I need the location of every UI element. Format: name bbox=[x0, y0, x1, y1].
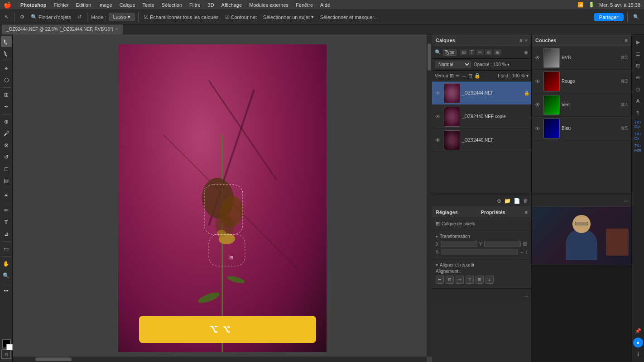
find-objects-btn[interactable]: 🔍 Échantillonner tous les calques Finder… bbox=[29, 13, 73, 21]
reglages-collapse-icon[interactable]: ≡ bbox=[525, 210, 528, 215]
menu-fichier[interactable]: Fichier bbox=[53, 2, 68, 8]
lock-transparent-icon[interactable]: ⊞ bbox=[450, 73, 454, 79]
nik-btn-3[interactable]: 7K↑Mm bbox=[633, 143, 643, 153]
filter-icon-2[interactable]: T bbox=[469, 49, 475, 55]
layer-item-2[interactable]: 👁 _OZ92440.NEF copie bbox=[432, 105, 531, 129]
align-center-v-btn[interactable]: ⊞ bbox=[476, 276, 484, 284]
nik-btn-2[interactable]: 7K↑Cx bbox=[633, 131, 643, 141]
align-arrow[interactable]: ▾ bbox=[436, 262, 438, 267]
eyedropper-tool[interactable]: ✒ bbox=[1, 101, 12, 112]
type-filter[interactable]: Type bbox=[443, 49, 457, 56]
filter-toggle[interactable]: ◉ bbox=[524, 49, 529, 55]
channel-visibility-rvb[interactable]: 👁 bbox=[533, 54, 542, 62]
selectionner-sujet-btn[interactable]: Sélectionner un sujet ▾ bbox=[261, 13, 316, 21]
menu-modules[interactable]: Modules externes bbox=[249, 2, 288, 8]
layer-visibility-1[interactable]: 👁 bbox=[434, 89, 442, 97]
layer-visibility-3[interactable]: 👁 bbox=[434, 136, 442, 144]
menu-aide[interactable]: Aide bbox=[320, 2, 330, 8]
lock-artboard-icon[interactable]: ⊟ bbox=[468, 73, 472, 79]
extra-tools[interactable]: ••• bbox=[1, 285, 12, 296]
flip-h-btn[interactable]: ↔ bbox=[520, 250, 524, 255]
path-select-tool[interactable]: ⊿ bbox=[1, 229, 12, 239]
hand-tool[interactable]: ✋ bbox=[1, 258, 12, 269]
adjustment-btn[interactable]: ⊕ bbox=[633, 72, 643, 82]
history-panel-btn[interactable]: ▶ bbox=[633, 37, 643, 47]
channel-rvb[interactable]: 👁 RVB ⌘2 bbox=[532, 46, 631, 70]
rotation-input[interactable] bbox=[442, 249, 518, 255]
three-dots-reglages[interactable]: ... bbox=[524, 292, 529, 298]
direct-select-tool[interactable] bbox=[1, 48, 12, 59]
pen-tool[interactable]: ✏ bbox=[1, 205, 12, 216]
brush-tool[interactable]: 🖌 bbox=[1, 128, 12, 139]
panel-close-icon[interactable]: × bbox=[525, 38, 528, 43]
y-input[interactable] bbox=[484, 241, 521, 247]
blend-mode-select[interactable]: Normal bbox=[435, 61, 471, 68]
filter-icon-5[interactable]: ◉ bbox=[494, 49, 501, 55]
filter-icon-1[interactable]: ⊞ bbox=[460, 49, 467, 55]
echantillonner-btn[interactable]: ☑ Échantillonner tous les calques bbox=[142, 13, 221, 21]
menu-edition[interactable]: Edition bbox=[76, 2, 91, 8]
menu-filtre[interactable]: Filtre bbox=[189, 2, 200, 8]
panel-collapse-icon[interactable]: ≡ bbox=[519, 38, 522, 43]
history-brush-tool[interactable]: ↺ bbox=[1, 152, 12, 162]
brush-preset-btn[interactable]: ◷ bbox=[633, 84, 643, 94]
default-colors-icon[interactable]: ⊟ bbox=[1, 349, 11, 359]
channels-btn[interactable]: ⊞ bbox=[633, 61, 643, 71]
gradient-tool[interactable]: ▤ bbox=[1, 175, 12, 186]
stamp-tool[interactable]: ⊗ bbox=[1, 140, 12, 151]
text-tool[interactable]: T bbox=[1, 217, 12, 228]
active-indicator-btn[interactable]: ● bbox=[633, 338, 643, 348]
delete-layer-btn[interactable]: 🗑 bbox=[523, 198, 529, 204]
contour-net-btn[interactable]: ☑ Contour net bbox=[223, 13, 259, 21]
channel-rouge[interactable]: 👁 Rouge ⌘3 bbox=[532, 70, 631, 93]
transformation-arrow[interactable]: ▾ bbox=[436, 234, 438, 239]
menu-photoshop[interactable]: Photoshop bbox=[20, 2, 46, 8]
para-panel-btn[interactable]: ¶ bbox=[633, 108, 643, 118]
share-btn[interactable]: Partager bbox=[594, 13, 624, 21]
foreground-color[interactable] bbox=[2, 339, 11, 348]
align-bottom-btn[interactable]: ⊥ bbox=[485, 276, 494, 284]
channel-visibility-vert[interactable]: 👁 bbox=[533, 101, 542, 109]
menu-calque[interactable]: Calque bbox=[120, 2, 135, 8]
layer-visibility-2[interactable]: 👁 bbox=[434, 113, 442, 121]
lock-all-icon[interactable]: 🔒 bbox=[474, 73, 481, 79]
horizontal-scrollbar[interactable] bbox=[13, 357, 427, 362]
search-btn[interactable]: 🔍 bbox=[631, 13, 641, 21]
refresh-btn[interactable]: ↺ bbox=[76, 13, 83, 21]
selectionner-masquer-btn[interactable]: Sélectionner et masquer... bbox=[318, 14, 380, 21]
filter-icon-4[interactable]: ⊕ bbox=[485, 49, 492, 55]
eraser-tool[interactable]: ◻ bbox=[1, 163, 12, 174]
layer-item-3[interactable]: 👁 _OZ92440.NEF bbox=[432, 129, 531, 152]
lasso-dropdown[interactable]: Lasso ▾ bbox=[109, 13, 134, 21]
align-left-btn[interactable]: ⊢ bbox=[436, 276, 444, 284]
opacity-chevron[interactable]: ▾ bbox=[507, 62, 509, 67]
heal-tool[interactable]: ⊕ bbox=[1, 116, 12, 127]
shape-rect-tool[interactable]: ▭ bbox=[1, 243, 12, 254]
background-color[interactable] bbox=[6, 344, 13, 350]
pin-btn[interactable]: 📌 bbox=[633, 326, 643, 336]
tab-close-btn[interactable]: × bbox=[115, 27, 118, 32]
menu-selection[interactable]: Sélection bbox=[162, 2, 182, 8]
menu-image[interactable]: Image bbox=[98, 2, 112, 8]
menu-affichage[interactable]: Affichage bbox=[221, 2, 242, 8]
x-input[interactable] bbox=[441, 241, 477, 247]
options-btn[interactable]: ⚙ bbox=[18, 13, 26, 21]
info-btn[interactable]: ℹ bbox=[633, 349, 643, 359]
channel-visibility-rouge[interactable]: 👁 bbox=[533, 77, 542, 86]
three-dots-couches[interactable]: ··· bbox=[624, 198, 629, 204]
chain-icon[interactable]: ⛓ bbox=[523, 241, 528, 247]
flip-v-btn[interactable]: ↕ bbox=[525, 250, 528, 255]
align-right-btn[interactable]: ⊣ bbox=[456, 276, 464, 284]
couches-collapse-icon[interactable]: ≡ bbox=[625, 38, 628, 43]
vertical-scrollbar[interactable] bbox=[427, 34, 432, 357]
lasso-tool[interactable]: ⌖ bbox=[1, 63, 12, 74]
align-top-btn[interactable]: ⊤ bbox=[466, 276, 474, 284]
scrollbar-thumb-h[interactable] bbox=[35, 357, 72, 361]
menu-texte[interactable]: Texte bbox=[143, 2, 154, 8]
fill-chevron[interactable]: ▾ bbox=[526, 73, 529, 78]
new-fill-layer-btn[interactable]: ⊕ bbox=[497, 198, 501, 204]
crop-tool[interactable]: ⊞ bbox=[1, 90, 12, 100]
layer-item-1[interactable]: 👁 _OZ92444.NEF 🔒 bbox=[432, 81, 531, 105]
menu-3d[interactable]: 3D bbox=[208, 2, 214, 8]
opacity-value[interactable]: 100 % bbox=[493, 62, 506, 67]
